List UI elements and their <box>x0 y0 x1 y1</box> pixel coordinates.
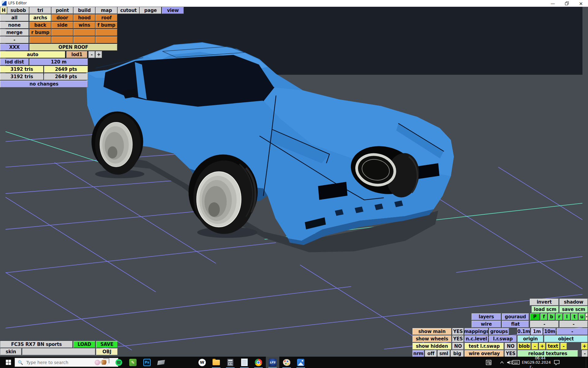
shadow-button[interactable]: shadow <box>560 299 588 305</box>
show-wheels-label[interactable]: show wheels <box>413 335 451 342</box>
skin-button[interactable]: skin <box>0 348 21 355</box>
tray-chevron-button[interactable] <box>498 357 506 368</box>
layer-r-button[interactable]: r <box>556 313 563 320</box>
save-scm-button[interactable]: save scm <box>560 306 588 313</box>
subob-empty-1[interactable] <box>51 29 73 36</box>
menu-h-button[interactable]: H <box>0 7 7 14</box>
reload-textures-button[interactable]: reload textures <box>518 350 578 357</box>
select-all[interactable]: all <box>0 14 29 21</box>
subob-door[interactable]: door <box>51 14 73 21</box>
lod-minus[interactable]: - <box>89 51 95 58</box>
close-button[interactable]: × <box>574 0 588 7</box>
taskbar-icon-paint[interactable] <box>280 357 293 368</box>
taskbar-icon-w-app[interactable]: W <box>195 357 209 368</box>
gouraud-button[interactable]: gouraud <box>502 313 529 320</box>
taskbar-icon-gray-app[interactable] <box>154 357 168 368</box>
taskbar-icon-chrome[interactable] <box>252 357 265 368</box>
text-button[interactable]: text <box>546 343 560 350</box>
subob-roof[interactable]: roof <box>96 14 117 21</box>
wire-button[interactable]: wire <box>472 321 501 328</box>
subob-empty-4[interactable] <box>29 36 51 43</box>
mappings-button[interactable]: mappings <box>465 328 488 335</box>
subob-wins[interactable]: wins <box>74 22 95 29</box>
taskbar-icon-spotify[interactable] <box>112 357 126 368</box>
layer-f-button[interactable]: f <box>541 313 547 320</box>
grid-10m-button[interactable]: 10m <box>544 328 556 335</box>
taskbar-icon-file-explorer[interactable] <box>209 357 223 368</box>
nrm-sml-button[interactable]: sml <box>438 350 450 357</box>
taskbar-clock[interactable]: 06:44 29.02.2024 г. <box>531 357 550 368</box>
invert-button[interactable]: invert <box>530 299 559 305</box>
grid-01m-button[interactable]: 0.1m <box>517 328 530 335</box>
object-button[interactable]: object <box>544 335 588 342</box>
lod-lod1[interactable]: lod1 <box>66 51 87 58</box>
layer-u-button[interactable]: u <box>579 313 585 320</box>
nrm-off-button[interactable]: off <box>425 350 437 357</box>
lod-auto[interactable]: auto <box>0 51 65 58</box>
test-lr-swap-toggle[interactable]: NO <box>505 343 517 350</box>
show-desktop-button[interactable] <box>586 357 588 368</box>
show-wheels-toggle[interactable]: YES <box>452 335 464 342</box>
subob-empty-7[interactable] <box>96 36 117 43</box>
subob-empty-5[interactable] <box>51 36 73 43</box>
taskbar-icon-notepad[interactable] <box>238 357 251 368</box>
wire-overlay-toggle[interactable]: YES <box>505 350 517 357</box>
taskbar-icon-calculator[interactable] <box>224 357 237 368</box>
load-scm-button[interactable]: load scm <box>532 306 559 313</box>
grid-1m-button[interactable]: 1m <box>531 328 543 335</box>
save-button[interactable]: SAVE <box>96 341 118 348</box>
subob-empty-6[interactable] <box>74 36 95 43</box>
menu-cutout[interactable]: cutout <box>118 7 139 14</box>
touch-keyboard-button[interactable] <box>511 357 521 368</box>
menu-map[interactable]: map <box>96 7 117 14</box>
subob-empty-3[interactable] <box>96 29 117 36</box>
nrm-big-button[interactable]: big <box>451 350 464 357</box>
lod-dist-value[interactable]: 120 m <box>29 59 88 65</box>
select-merge[interactable]: merge <box>0 29 29 36</box>
search-input[interactable] <box>25 360 94 365</box>
lod-plus[interactable]: + <box>96 51 102 58</box>
show-main-toggle[interactable]: YES <box>452 328 464 335</box>
minimize-button[interactable]: — <box>546 0 560 7</box>
nrm-button[interactable]: nrm <box>413 350 424 357</box>
blob-plus-button[interactable]: + <box>539 343 545 350</box>
layer-t-button[interactable]: t <box>571 313 578 320</box>
subob-r-bump[interactable]: r bump <box>29 29 51 36</box>
lod-dist-label[interactable]: lod dist <box>0 59 29 65</box>
grid-dash-button[interactable]: - <box>557 328 588 335</box>
lr-swap-button[interactable]: l.r.swap <box>489 335 517 342</box>
dash-right-button[interactable]: - <box>560 321 588 328</box>
nc-level-button[interactable]: n.c.level <box>465 335 488 342</box>
origin-button[interactable]: origin <box>518 335 543 342</box>
taskbar-icon-photoshop[interactable]: Ps <box>140 357 154 368</box>
layer-l-button[interactable]: l <box>564 313 570 320</box>
menu-page[interactable]: page <box>140 7 161 14</box>
news-widget-button[interactable] <box>484 357 494 368</box>
taskbar-icon-green-editor[interactable]: ✎ <box>126 357 140 368</box>
dash-left-button[interactable]: - <box>530 321 559 328</box>
3d-viewport[interactable] <box>0 7 588 357</box>
text-minus-button[interactable]: - <box>560 343 567 350</box>
flat-button[interactable]: flat <box>502 321 529 328</box>
task-view-button[interactable] <box>98 357 111 368</box>
subob-back[interactable]: back <box>29 22 51 29</box>
layer-dot-button[interactable]: • <box>586 313 588 320</box>
menu-view-active[interactable]: view <box>162 7 184 14</box>
action-center-button[interactable] <box>551 357 563 368</box>
groups-button[interactable]: groups <box>489 328 509 335</box>
subob-side[interactable]: side <box>51 22 73 29</box>
select-none[interactable]: none <box>0 22 29 29</box>
restore-button[interactable] <box>560 0 574 7</box>
menu-tri[interactable]: tri <box>29 7 51 14</box>
test-lr-swap-label[interactable]: test l.r.swap <box>465 343 504 350</box>
menu-build[interactable]: build <box>74 7 95 14</box>
show-hidden-toggle[interactable]: NO <box>452 343 464 350</box>
subob-empty-2[interactable] <box>74 29 95 36</box>
end-dash-button[interactable]: - <box>582 350 588 357</box>
subob-hood[interactable]: hood <box>74 14 95 21</box>
skin-name-field[interactable] <box>22 348 95 355</box>
taskbar-icon-lfs-editor-active[interactable]: LFS <box>266 357 279 368</box>
menu-subob[interactable]: subob <box>7 7 29 14</box>
obj-button[interactable]: OBJ <box>96 348 118 355</box>
menu-point[interactable]: point <box>51 7 73 14</box>
